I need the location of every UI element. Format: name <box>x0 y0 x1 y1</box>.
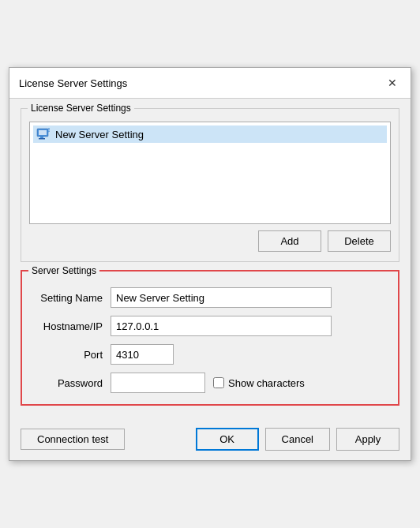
close-button[interactable]: ✕ <box>384 74 401 92</box>
cancel-button[interactable]: Cancel <box>265 428 330 451</box>
dialog-body: License Server Settings New Server <box>9 99 411 423</box>
svg-rect-2 <box>40 137 43 138</box>
setting-name-input[interactable] <box>111 287 332 308</box>
password-row: Password Show characters <box>32 373 388 393</box>
setting-name-label: Setting Name <box>32 292 111 304</box>
add-button[interactable]: Add <box>258 230 321 252</box>
dialog-footer: Connection test OK Cancel Apply <box>9 423 411 460</box>
svg-line-4 <box>48 128 50 129</box>
svg-line-6 <box>48 131 50 132</box>
server-list[interactable]: New Server Setting <box>29 122 391 224</box>
svg-line-5 <box>48 129 50 130</box>
setting-name-row: Setting Name <box>32 287 388 308</box>
show-characters-label[interactable]: Show characters <box>228 377 305 389</box>
apply-button[interactable]: Apply <box>336 428 399 451</box>
svg-rect-1 <box>39 130 47 135</box>
ok-button[interactable]: OK <box>196 428 259 451</box>
port-input[interactable] <box>111 344 174 365</box>
footer-right: OK Cancel Apply <box>196 428 399 451</box>
show-characters-checkbox[interactable] <box>213 377 224 388</box>
title-bar: License Server Settings ✕ <box>9 68 411 99</box>
license-server-dialog: License Server Settings ✕ License Server… <box>9 67 411 461</box>
server-settings-label: Server Settings <box>28 265 99 276</box>
license-server-group: License Server Settings New Server <box>21 108 399 262</box>
port-row: Port <box>32 344 388 365</box>
delete-button[interactable]: Delete <box>328 230 391 252</box>
license-group-label: License Server Settings <box>28 103 134 114</box>
dialog-title: License Server Settings <box>19 77 127 89</box>
password-label: Password <box>32 377 111 389</box>
svg-rect-3 <box>39 138 45 140</box>
server-settings-group: Server Settings Setting Name Hostname/IP… <box>21 270 399 406</box>
list-item-label: New Server Setting <box>55 129 144 140</box>
show-characters-row: Show characters <box>213 377 305 389</box>
list-buttons: Add Delete <box>29 230 391 252</box>
connection-test-button[interactable]: Connection test <box>21 429 125 450</box>
hostname-row: Hostname/IP <box>32 316 388 336</box>
port-label: Port <box>32 349 111 361</box>
list-item[interactable]: New Server Setting <box>33 125 387 143</box>
hostname-label: Hostname/IP <box>32 320 111 332</box>
hostname-input[interactable] <box>111 316 332 336</box>
footer-left: Connection test <box>21 429 125 450</box>
password-input[interactable] <box>111 373 205 393</box>
server-icon <box>36 128 51 140</box>
